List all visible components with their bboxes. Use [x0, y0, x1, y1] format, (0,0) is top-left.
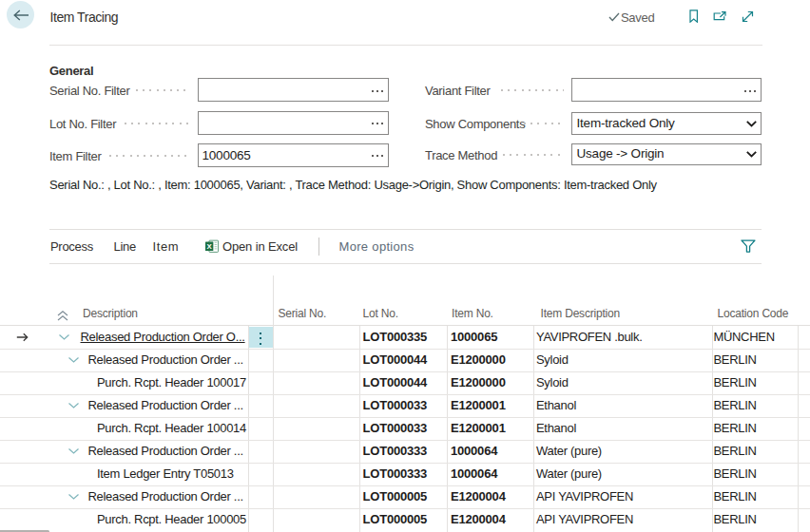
svg-text:X: X [207, 242, 213, 251]
